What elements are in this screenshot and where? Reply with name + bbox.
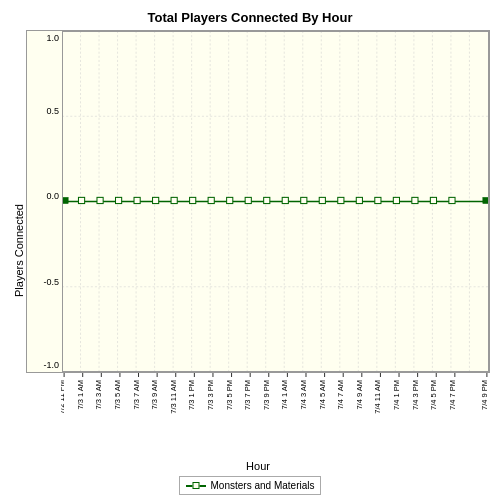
svg-rect-50: [483, 197, 489, 203]
legend-icon: [186, 481, 206, 491]
svg-text:7/4 9 PM: 7/4 9 PM: [480, 380, 489, 410]
svg-rect-31: [116, 197, 122, 203]
svg-rect-29: [78, 197, 84, 203]
svg-rect-42: [319, 197, 325, 203]
svg-text:7/3 9 PM: 7/3 9 PM: [262, 380, 271, 410]
y-tick-0.0: 0.0: [46, 191, 59, 201]
svg-rect-39: [264, 197, 270, 203]
x-axis-label: Hour: [26, 460, 490, 472]
y-axis-label: Players Connected: [10, 30, 26, 472]
svg-rect-47: [412, 197, 418, 203]
svg-rect-28: [62, 197, 68, 203]
x-axis-ticks: 7/2 11 PM 7/3 1 AM 7/3 3 AM 7/3 5 AM 7/3…: [61, 373, 490, 458]
chart-main: Players Connected 1.0 0.5 0.0 -0.5 -1.0: [10, 30, 490, 472]
svg-text:7/4 1 AM: 7/4 1 AM: [280, 380, 289, 410]
chart-area-wrapper: 1.0 0.5 0.0 -0.5 -1.0: [26, 30, 490, 472]
svg-text:7/3 3 PM: 7/3 3 PM: [206, 380, 215, 410]
y-tick--1.0: -1.0: [43, 360, 59, 370]
chart-plot-area: 1.0 0.5 0.0 -0.5 -1.0: [26, 30, 490, 373]
svg-text:7/3 11 AM: 7/3 11 AM: [169, 380, 178, 414]
svg-rect-44: [356, 197, 362, 203]
svg-text:7/4 3 AM: 7/4 3 AM: [299, 380, 308, 410]
svg-rect-40: [282, 197, 288, 203]
svg-rect-49: [449, 197, 455, 203]
svg-text:7/3 7 AM: 7/3 7 AM: [131, 380, 140, 410]
svg-text:7/4 1 PM: 7/4 1 PM: [392, 380, 401, 410]
legend: Monsters and Materials: [179, 476, 322, 495]
svg-text:7/4 5 PM: 7/4 5 PM: [429, 380, 438, 410]
svg-text:7/4 7 AM: 7/4 7 AM: [336, 380, 345, 410]
svg-text:7/2 11 PM: 7/2 11 PM: [61, 380, 66, 414]
svg-rect-41: [301, 197, 307, 203]
svg-rect-33: [153, 197, 159, 203]
svg-rect-45: [375, 197, 381, 203]
svg-text:7/3 5 AM: 7/3 5 AM: [113, 380, 122, 410]
svg-rect-48: [430, 197, 436, 203]
legend-square: [192, 482, 199, 489]
svg-text:7/3 3 AM: 7/3 3 AM: [94, 380, 103, 410]
svg-text:7/4 9 AM: 7/4 9 AM: [355, 380, 364, 410]
svg-text:7/3 1 PM: 7/3 1 PM: [187, 380, 196, 410]
x-labels-svg: 7/2 11 PM 7/3 1 AM 7/3 3 AM 7/3 5 AM 7/3…: [61, 373, 490, 458]
svg-text:7/4 7 PM: 7/4 7 PM: [448, 380, 457, 410]
svg-rect-38: [245, 197, 251, 203]
svg-rect-30: [97, 197, 103, 203]
svg-rect-32: [134, 197, 140, 203]
svg-text:7/4 5 AM: 7/4 5 AM: [317, 380, 326, 410]
svg-text:7/3 7 PM: 7/3 7 PM: [243, 380, 252, 410]
svg-text:7/3 5 PM: 7/3 5 PM: [224, 380, 233, 410]
svg-rect-37: [227, 197, 233, 203]
y-tick-1.0: 1.0: [46, 33, 59, 43]
legend-label: Monsters and Materials: [211, 480, 315, 491]
svg-text:7/3 9 AM: 7/3 9 AM: [150, 380, 159, 410]
y-tick--0.5: -0.5: [43, 277, 59, 287]
svg-text:7/3 1 AM: 7/3 1 AM: [76, 380, 85, 410]
chart-container: Total Players Connected By Hour Players …: [0, 0, 500, 500]
svg-rect-34: [171, 197, 177, 203]
svg-rect-36: [208, 197, 214, 203]
svg-rect-43: [338, 197, 344, 203]
svg-text:7/4 11 AM: 7/4 11 AM: [373, 380, 382, 414]
svg-rect-35: [190, 197, 196, 203]
svg-rect-46: [393, 197, 399, 203]
y-tick-labels: 1.0 0.5 0.0 -0.5 -1.0: [27, 31, 62, 372]
svg-text:7/4 3 PM: 7/4 3 PM: [411, 380, 420, 410]
chart-svg: [62, 31, 489, 372]
y-tick-0.5: 0.5: [46, 106, 59, 116]
chart-title: Total Players Connected By Hour: [148, 10, 353, 25]
